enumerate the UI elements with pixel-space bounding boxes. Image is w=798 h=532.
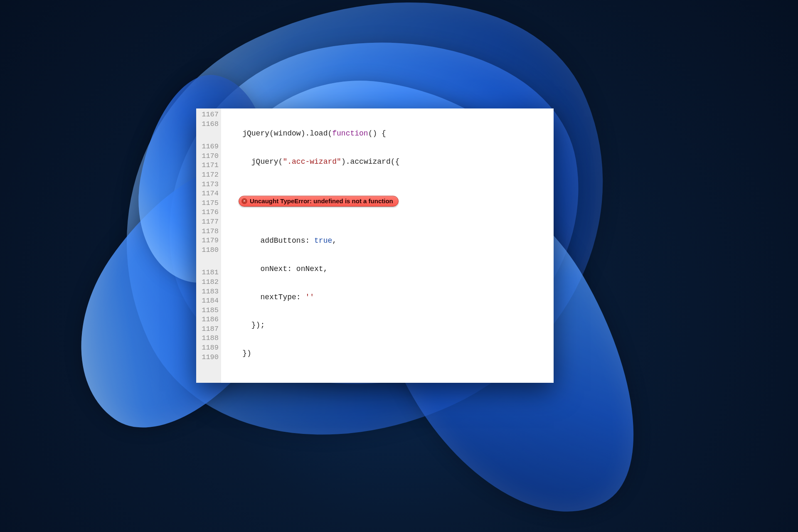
line-number: 1179 bbox=[198, 236, 219, 246]
line-number: 1187 bbox=[198, 325, 219, 334]
code-line[interactable]: jQuery(window).load(function() { bbox=[224, 129, 554, 138]
line-number: 1185 bbox=[198, 306, 219, 315]
code-line[interactable] bbox=[224, 377, 554, 383]
code-line[interactable]: }) bbox=[224, 349, 554, 358]
error-badge[interactable]: × Uncaught TypeError: undefined is not a… bbox=[239, 196, 399, 207]
line-number: 1169 bbox=[198, 142, 219, 152]
line-number: 1188 bbox=[198, 334, 219, 343]
desktop-wallpaper: 1167 1168 1169 1170 1171 1172 1173 1174 … bbox=[0, 0, 798, 532]
line-number: 1170 bbox=[198, 152, 219, 161]
line-number: 1175 bbox=[198, 199, 219, 208]
line-number: 1182 bbox=[198, 278, 219, 287]
line-number: 1183 bbox=[198, 287, 219, 297]
code-line[interactable]: nextType: '' bbox=[224, 293, 554, 302]
line-number: 1174 bbox=[198, 189, 219, 199]
code-line[interactable]: onNext: onNext, bbox=[224, 264, 554, 274]
error-message: Uncaught TypeError: undefined is not a f… bbox=[250, 197, 393, 206]
line-number: 1173 bbox=[198, 180, 219, 190]
code-line[interactable]: jQuery(".acc-wizard").accwizard({ bbox=[224, 157, 554, 167]
code-line[interactable]: }); bbox=[224, 320, 554, 330]
line-number: 1178 bbox=[198, 227, 219, 236]
code-editor-window[interactable]: 1167 1168 1169 1170 1171 1172 1173 1174 … bbox=[196, 108, 554, 383]
code-line[interactable]: addButtons: true, bbox=[224, 236, 554, 246]
line-number: 1184 bbox=[198, 296, 219, 306]
code-area[interactable]: 1167 1168 1169 1170 1171 1172 1173 1174 … bbox=[196, 108, 554, 383]
error-close-icon[interactable]: × bbox=[241, 198, 247, 204]
line-number: 1167 bbox=[198, 110, 219, 120]
line-number: 1189 bbox=[198, 343, 219, 353]
inline-error[interactable]: × Uncaught TypeError: undefined is not a… bbox=[224, 195, 554, 208]
line-number: 1181 bbox=[198, 268, 219, 278]
code-content[interactable]: jQuery(window).load(function() { jQuery(… bbox=[221, 108, 554, 383]
line-number: 1176 bbox=[198, 208, 219, 217]
line-number-gutter: 1167 1168 1169 1170 1171 1172 1173 1174 … bbox=[196, 108, 221, 383]
line-number: 1171 bbox=[198, 161, 219, 170]
line-number: 1180 bbox=[198, 246, 219, 255]
line-number: 1190 bbox=[198, 353, 219, 362]
line-number: 1168 bbox=[198, 120, 219, 129]
line-number: 1177 bbox=[198, 217, 219, 227]
line-number: 1186 bbox=[198, 315, 219, 325]
line-number: 1172 bbox=[198, 170, 219, 180]
